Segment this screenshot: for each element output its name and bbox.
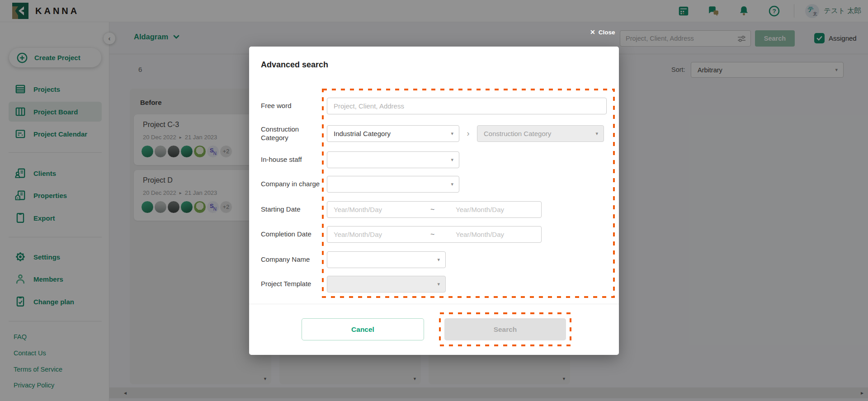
cancel-button[interactable]: Cancel	[302, 318, 424, 340]
close-icon: ✕	[590, 28, 595, 36]
advanced-search-modal: Advanced search Free word Construction C…	[249, 47, 619, 355]
free-word-input-wrap	[327, 98, 607, 114]
completion-date-label: Completion Date	[261, 226, 326, 243]
chevron-down-icon: ▾	[595, 131, 598, 137]
completion-date-from[interactable]: Year/Month/Day	[334, 226, 382, 242]
company-in-charge-select[interactable]: ▾	[327, 176, 459, 193]
modal-close-button[interactable]: ✕ Close	[590, 28, 615, 36]
project-template-select: ▾	[327, 276, 446, 292]
construction-category-select: Construction Category ▾	[477, 125, 604, 142]
completion-date-range-input[interactable]: Year/Month/Day ~ Year/Month/Day	[327, 226, 542, 243]
company-name-label: Company Name	[261, 251, 326, 268]
starting-date-label: Starting Date	[261, 201, 326, 218]
in-house-staff-select[interactable]: ▾	[327, 151, 459, 168]
chevron-down-icon: ▾	[451, 157, 453, 163]
industrial-category-select[interactable]: Industrial Category ▾	[327, 125, 459, 142]
project-template-label: Project Template	[261, 276, 326, 292]
close-label: Close	[599, 29, 615, 36]
chevron-down-icon: ▾	[451, 131, 453, 137]
industrial-category-value: Industrial Category	[334, 130, 391, 137]
modal-title: Advanced search	[261, 60, 328, 70]
free-word-input[interactable]	[327, 98, 606, 114]
modal-search-button[interactable]: Search	[444, 318, 566, 340]
chevron-down-icon: ▾	[451, 181, 453, 187]
in-house-staff-label: In-house staff	[261, 151, 326, 168]
free-word-label: Free word	[261, 98, 326, 114]
completion-date-to[interactable]: Year/Month/Day	[456, 226, 504, 242]
date-range-separator: ~	[430, 226, 434, 242]
starting-date-from[interactable]: Year/Month/Day	[334, 202, 382, 217]
starting-date-range-input[interactable]: Year/Month/Day ~ Year/Month/Day	[327, 201, 542, 218]
starting-date-to[interactable]: Year/Month/Day	[456, 202, 504, 217]
modal-footer-divider	[249, 304, 619, 304]
chevron-right-icon: ›	[459, 125, 477, 142]
construction-category-value: Construction Category	[484, 130, 551, 137]
construction-category-label: Construction Category	[261, 125, 326, 142]
chevron-down-icon: ▾	[437, 257, 440, 263]
chevron-down-icon: ▾	[437, 281, 440, 287]
company-in-charge-label: Company in charge	[261, 176, 326, 193]
date-range-separator: ~	[430, 202, 434, 217]
company-name-select[interactable]: ▾	[327, 251, 446, 268]
